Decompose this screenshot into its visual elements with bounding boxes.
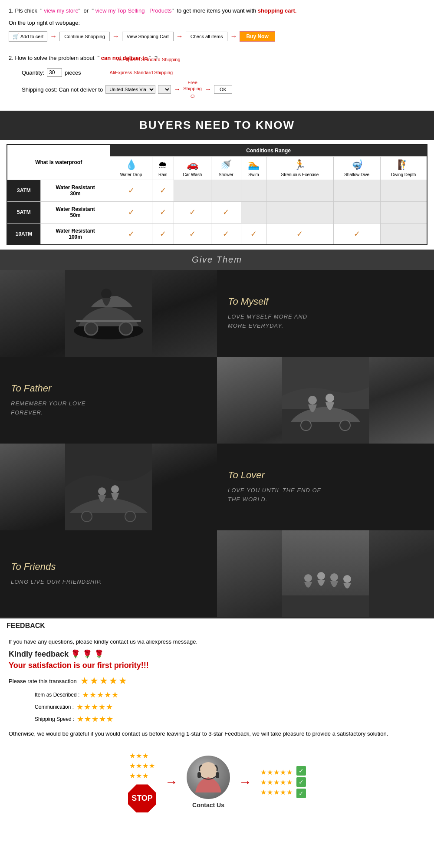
buy-now-button[interactable]: Buy Now bbox=[240, 31, 275, 42]
gift-myself-title: To Myself bbox=[228, 296, 423, 307]
arrow-feedback-2: → bbox=[239, 775, 252, 789]
resist-3-label: Water Resistant30m bbox=[40, 180, 110, 201]
empty-3-shallow bbox=[333, 180, 380, 201]
empty-5-diving bbox=[380, 201, 427, 223]
cart-icon: 🛒 bbox=[13, 33, 19, 39]
svg-point-22 bbox=[330, 573, 338, 581]
friends-photo-svg bbox=[282, 530, 369, 617]
arrow-icon-1: → bbox=[50, 33, 57, 40]
free-shipping-text: FreeShipping☺ bbox=[183, 79, 202, 100]
stop-sign: STOP bbox=[128, 784, 156, 812]
view-shopping-cart-button[interactable]: View Shopping Cart bbox=[122, 32, 174, 41]
gift-myself-subtitle: Love myself more andmore everyday. bbox=[228, 312, 423, 331]
svg-point-9 bbox=[340, 420, 350, 431]
view-store-link[interactable]: view my store bbox=[44, 7, 78, 14]
svg-point-8 bbox=[301, 420, 311, 431]
continue-shopping-button[interactable]: Continue Shopping bbox=[59, 32, 110, 41]
arrow-ok: → bbox=[204, 85, 211, 93]
kindly-row: Kindly feedback 🌹 🌹 🌹 bbox=[9, 649, 425, 659]
toolbar-row: 🛒 Add to cert → Continue Shopping → View… bbox=[9, 31, 425, 42]
step1-text: 1. Pls chick " view my store" or " view … bbox=[9, 7, 425, 15]
lover-photo-svg bbox=[65, 444, 152, 530]
gift-text-myself: To Myself Love myself more andmore every… bbox=[217, 270, 434, 357]
empty-5-shallow bbox=[333, 201, 380, 223]
icon-shallow-dive: 🤿 Shallow Dive bbox=[333, 156, 380, 180]
gift-father-subtitle: Remember your loveforever. bbox=[11, 399, 206, 418]
feedback-title: FEEDBACK bbox=[7, 622, 45, 629]
svg-point-15 bbox=[98, 487, 106, 495]
rate-item-described: Item as Described : ★★★★★ bbox=[9, 690, 425, 700]
empty-5-strenuous bbox=[266, 201, 334, 223]
father-photo-svg bbox=[282, 357, 369, 444]
check-10-rain: ✓ bbox=[152, 223, 174, 245]
order-instructions: 1. Pls chick " view my store" or " view … bbox=[0, 0, 434, 53]
contact-avatar bbox=[187, 756, 230, 799]
conditions-range-header: Conditions Range bbox=[110, 145, 427, 157]
icon-strenuous: 🏃 Strenuous Exercise bbox=[266, 156, 334, 180]
step2-text: 2. How to solve the problem about " can … bbox=[9, 55, 425, 61]
qty-input[interactable] bbox=[47, 68, 62, 77]
gift-lover-title: To Lover bbox=[228, 470, 423, 481]
svg-point-13 bbox=[82, 511, 92, 522]
svg-point-2 bbox=[85, 322, 98, 335]
pieces-label: pieces bbox=[65, 69, 81, 76]
waterproof-section: What is waterproof Conditions Range 💧 Wa… bbox=[0, 140, 434, 250]
resist-5-label: Water Resistant50m bbox=[40, 201, 110, 223]
check-box-2: ✓ bbox=[296, 777, 306, 787]
shipping-label-fb: Shipping Speed : bbox=[35, 716, 74, 722]
icon-car-wash: 🚗 Car Wash bbox=[174, 156, 211, 180]
svg-point-20 bbox=[304, 574, 312, 582]
icon-rain: 🌧 Rain bbox=[152, 156, 174, 180]
svg-point-23 bbox=[343, 575, 351, 583]
gift-photo-myself bbox=[0, 270, 217, 357]
item-described-stars: ★★★★★ bbox=[82, 690, 119, 700]
shipping-cost-label: Shipping cost: Can not deliver to bbox=[22, 86, 103, 93]
car-silhouette-svg bbox=[65, 270, 152, 357]
empty-3-carwash bbox=[174, 180, 211, 201]
add-to-cert-button[interactable]: 🛒 Add to cert bbox=[9, 31, 47, 42]
on-top-right-text: On the top right of webpage: bbox=[9, 19, 425, 27]
gift-friends-subtitle: Long live our friendship. bbox=[11, 578, 206, 587]
icon-swim: 🏊 Swim bbox=[241, 156, 266, 180]
feedback-header: FEEDBACK bbox=[0, 617, 434, 633]
view-top-products-link[interactable]: view my Top Selling Products bbox=[95, 7, 172, 14]
empty-10-diving bbox=[380, 223, 427, 245]
gift-photo-lover bbox=[0, 444, 217, 530]
icon-water-drop: 💧 Water Drop bbox=[110, 156, 152, 180]
headset-person-svg bbox=[187, 756, 230, 799]
arrow-feedback-1: → bbox=[165, 775, 178, 789]
feedback-message: If you have any questions, please kindly… bbox=[9, 638, 425, 645]
shipping-stars: ★★★★★ bbox=[77, 714, 114, 724]
gift-photo-friends bbox=[217, 530, 434, 617]
arrow-shipping: → bbox=[174, 85, 181, 93]
atm-10-label: 10ATM bbox=[7, 223, 40, 245]
icon-diving-depth: 🧗 Diving Depth bbox=[380, 156, 427, 180]
item-described-label: Item as Described : bbox=[35, 692, 79, 698]
svg-rect-19 bbox=[282, 595, 369, 617]
svg-point-3 bbox=[119, 322, 132, 335]
svg-point-11 bbox=[326, 394, 334, 402]
svg-point-21 bbox=[317, 572, 325, 580]
contact-block: Contact Us bbox=[187, 756, 230, 809]
check-box-1: ✓ bbox=[296, 766, 306, 776]
qty-label: Quantity: bbox=[22, 69, 44, 76]
contact-us-label[interactable]: Contact Us bbox=[192, 802, 224, 809]
rate-item-shipping: Shipping Speed : ★★★★★ bbox=[9, 714, 425, 724]
comm-label: Communication : bbox=[35, 704, 74, 710]
check-5-carwash: ✓ bbox=[174, 201, 211, 223]
gift-photo-father bbox=[217, 357, 434, 444]
country-select[interactable]: United States Via bbox=[105, 85, 155, 94]
empty-3-swim bbox=[241, 180, 266, 201]
check-all-items-button[interactable]: Check all items bbox=[186, 32, 228, 41]
check-3-waterdrop: ✓ bbox=[110, 180, 152, 201]
ok-button[interactable]: OK bbox=[214, 85, 232, 94]
svg-point-14 bbox=[125, 511, 135, 522]
otherwise-text: Otherwise, we would be grateful if you w… bbox=[9, 729, 425, 739]
atm-3-label: 3ATM bbox=[7, 180, 40, 201]
shipping-method-select[interactable]: ▼ bbox=[158, 85, 171, 94]
buyers-need-to-know-header: BUYERS NEED TO KNOW bbox=[0, 111, 434, 140]
check-10-swim: ✓ bbox=[241, 223, 266, 245]
waterproof-table: What is waterproof Conditions Range 💧 Wa… bbox=[7, 144, 427, 246]
rate-row: Please rate this transaction ★★★★★ bbox=[9, 675, 425, 687]
table-row-10atm: 10ATM Water Resistant100m ✓ ✓ ✓ ✓ ✓ ✓ ✓ bbox=[7, 223, 427, 245]
